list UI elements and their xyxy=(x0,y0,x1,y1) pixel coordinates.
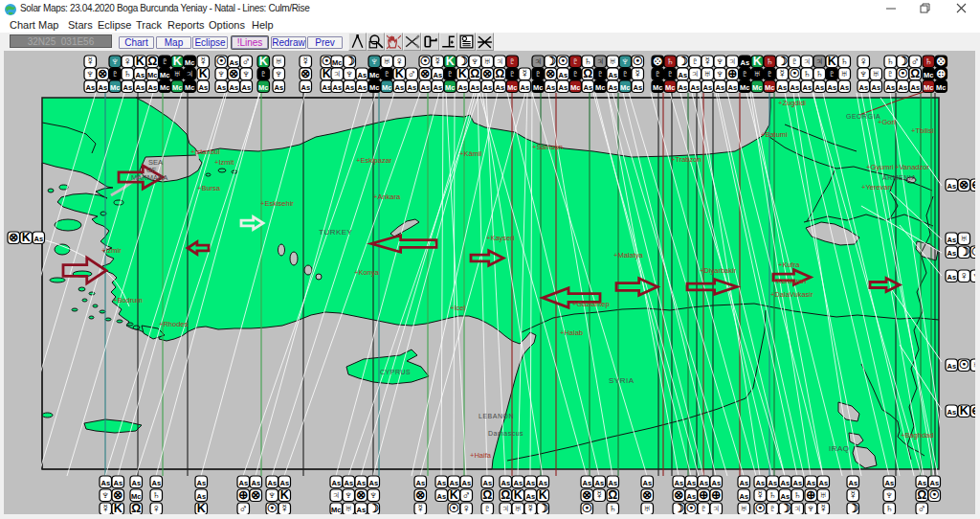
svg-text:Ω: Ω xyxy=(917,488,926,502)
svg-text:⊗: ⊗ xyxy=(482,67,492,80)
svg-text:♃: ♃ xyxy=(534,55,543,68)
svg-text:As: As xyxy=(700,479,709,487)
svg-text:♄: ♄ xyxy=(815,67,824,80)
svg-text:As: As xyxy=(947,236,957,244)
svg-text:SYRIA: SYRIA xyxy=(609,376,635,385)
svg-text:Mc: Mc xyxy=(936,83,946,92)
svg-text:♇: ♇ xyxy=(259,67,268,80)
svg-text:Ω: Ω xyxy=(608,488,617,502)
svg-text:⊗: ⊗ xyxy=(674,488,683,502)
svg-text:As: As xyxy=(434,83,443,92)
svg-text:K: K xyxy=(323,67,331,80)
svg-text:Mc: Mc xyxy=(653,83,662,92)
svg-text:As: As xyxy=(679,71,688,79)
svg-text:As: As xyxy=(703,83,713,92)
svg-text:♇: ♇ xyxy=(534,67,543,80)
svg-text:Ω: Ω xyxy=(147,55,157,68)
svg-text:☉: ☉ xyxy=(558,55,568,68)
svg-text:As: As xyxy=(217,83,227,92)
svg-text:☿: ☿ xyxy=(756,488,765,502)
svg-text:♄: ♄ xyxy=(584,55,592,68)
svg-text:As: As xyxy=(947,249,957,258)
svg-text:⊗: ⊗ xyxy=(546,67,555,80)
svg-text:As: As xyxy=(132,479,142,487)
svg-text:+Baghdad: +Baghdad xyxy=(901,431,933,440)
svg-text:Mc: Mc xyxy=(258,83,268,92)
svg-text:As: As xyxy=(230,58,239,67)
svg-text:⊗: ⊗ xyxy=(653,55,662,68)
svg-text:As: As xyxy=(819,479,829,487)
svg-text:As: As xyxy=(416,479,426,487)
svg-text:♇: ♇ xyxy=(666,67,675,80)
svg-text:+Kâmil: +Kâmil xyxy=(459,149,481,158)
svg-text:Mc: Mc xyxy=(533,83,543,92)
svg-text:As: As xyxy=(947,362,957,371)
svg-text:♆: ♆ xyxy=(242,67,251,80)
svg-text:☉: ☉ xyxy=(322,55,332,68)
svg-text:⊕: ⊕ xyxy=(806,488,815,502)
svg-text:As: As xyxy=(301,83,311,92)
svg-text:As: As xyxy=(136,83,145,92)
svg-text:+Kufra: +Kufra xyxy=(778,260,800,269)
svg-text:♇: ♇ xyxy=(828,67,836,80)
svg-text:♅: ♅ xyxy=(703,67,712,80)
svg-text:IRAQ: IRAQ xyxy=(829,444,850,453)
svg-text:♆: ♆ xyxy=(101,488,110,502)
svg-text:♄: ♄ xyxy=(766,55,774,68)
svg-text:♃: ♃ xyxy=(803,55,812,68)
svg-text:As: As xyxy=(197,492,207,501)
svg-text:ARMENIA: ARMENIA xyxy=(882,174,916,181)
svg-text:As: As xyxy=(152,479,162,487)
svg-text:As: As xyxy=(828,83,837,92)
svg-text:+Eskipazar: +Eskipazar xyxy=(356,156,392,165)
svg-text:As: As xyxy=(86,83,96,92)
svg-text:As: As xyxy=(471,83,480,92)
svg-text:♇: ♇ xyxy=(383,67,391,80)
svg-text:As: As xyxy=(756,479,766,487)
svg-text:CYPRUS: CYPRUS xyxy=(380,369,411,375)
svg-text:GEORGIA: GEORGIA xyxy=(846,113,880,120)
svg-text:As: As xyxy=(521,83,530,92)
svg-text:+Eskisehir: +Eskisehir xyxy=(260,199,294,208)
svg-text:☿: ☿ xyxy=(778,67,787,80)
svg-text:As: As xyxy=(136,71,145,79)
svg-text:As: As xyxy=(395,83,405,92)
svg-text:Ω: Ω xyxy=(495,67,504,80)
svg-text:As: As xyxy=(741,58,750,67)
svg-text:♄: ♄ xyxy=(803,67,812,80)
svg-text:As: As xyxy=(583,479,592,487)
svg-text:As: As xyxy=(252,479,261,487)
svg-text:♇: ♇ xyxy=(446,67,455,80)
svg-text:♃: ♃ xyxy=(815,55,824,68)
svg-text:Mc: Mc xyxy=(924,71,933,79)
svg-text:+Istanbul: +Istanbul xyxy=(190,147,220,156)
svg-text:As: As xyxy=(123,83,133,92)
svg-text:As: As xyxy=(918,479,927,487)
svg-text:Ω: Ω xyxy=(910,67,920,80)
svg-text:+Bursa: +Bursa xyxy=(197,184,221,192)
svg-text:Mc: Mc xyxy=(160,71,169,79)
svg-text:Mc: Mc xyxy=(740,83,749,92)
svg-text:♇: ♇ xyxy=(741,67,749,80)
svg-text:+Gaziantep: +Gaziantep xyxy=(572,300,610,308)
svg-text:Mc: Mc xyxy=(110,83,120,92)
svg-text:♆: ♆ xyxy=(716,67,724,80)
svg-text:Mc: Mc xyxy=(570,83,580,92)
svg-text:♅: ♅ xyxy=(173,67,182,80)
svg-text:+Haifa: +Haifa xyxy=(470,451,492,460)
svg-text:+Gyumri: +Gyumri xyxy=(866,163,894,171)
svg-text:Ω: Ω xyxy=(482,488,492,502)
svg-text:♇: ♇ xyxy=(508,67,517,80)
svg-text:⊕: ⊕ xyxy=(727,67,737,80)
svg-text:As: As xyxy=(496,83,505,92)
svg-text:+Malatya: +Malatya xyxy=(613,251,643,260)
svg-text:♄: ♄ xyxy=(123,67,132,80)
svg-text:As: As xyxy=(595,479,605,487)
svg-text:K: K xyxy=(395,67,404,80)
svg-text:Mc: Mc xyxy=(369,71,379,79)
svg-text:K: K xyxy=(458,67,467,80)
svg-text:As: As xyxy=(458,83,468,92)
svg-text:As: As xyxy=(434,71,443,79)
svg-text:As: As xyxy=(526,492,536,501)
svg-text:As: As xyxy=(539,479,548,487)
